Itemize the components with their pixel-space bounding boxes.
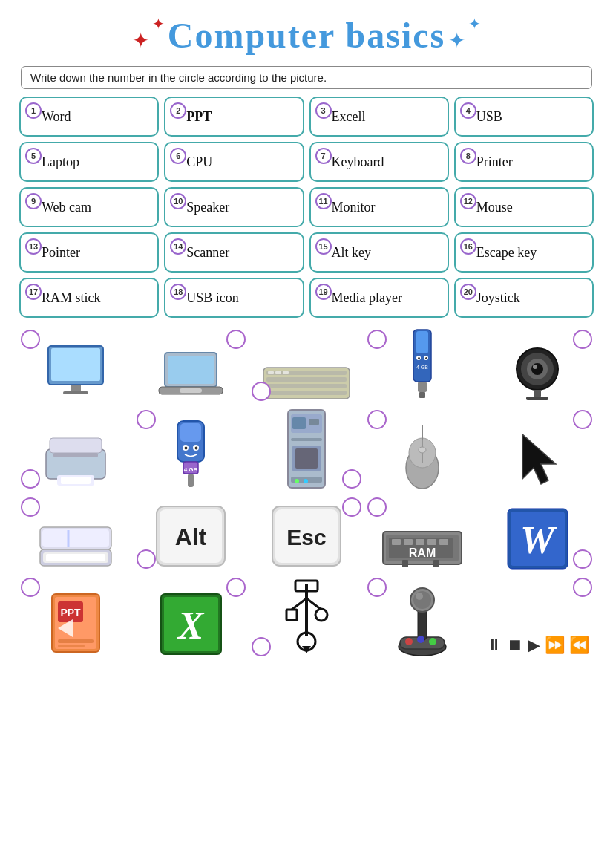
svg-point-113 — [417, 636, 424, 643]
num-circle-17: 17 — [25, 284, 42, 300]
label-cell-8: 8Printer — [454, 142, 594, 182]
num-circle-3: 3 — [315, 102, 332, 119]
pictures-section: 4 GB — [13, 325, 600, 661]
svg-rect-49 — [309, 419, 319, 425]
item-label-19: Media player — [332, 290, 402, 306]
star-deco-3: ✦ — [448, 28, 465, 53]
svg-text:RAM: RAM — [408, 546, 435, 559]
svg-point-103 — [315, 609, 327, 621]
svg-rect-36 — [61, 477, 91, 484]
svg-text:4 GB: 4 GB — [416, 365, 428, 370]
usb-symbol-svg — [281, 576, 332, 658]
star-deco-1: ✦ — [132, 28, 149, 53]
label-cell-7: 7Keyboard — [309, 142, 449, 182]
pic-media-player: ⏸ ⏹ ▶ ⏩ ⏪ — [481, 576, 594, 658]
num-circle-12: 12 — [460, 193, 476, 209]
num-circle-9: 9 — [25, 193, 42, 209]
svg-rect-102 — [286, 610, 297, 620]
ppt-svg: PPT — [46, 591, 105, 658]
svg-rect-34 — [53, 453, 98, 457]
pics-container: 4 GB — [13, 325, 600, 661]
num-circle-7: 7 — [315, 148, 332, 164]
pic-word-icon: W — [481, 496, 594, 570]
pic-esc-key: Esc — [250, 496, 363, 570]
monitor-svg — [42, 343, 109, 402]
num-circle-4: 4 — [460, 102, 476, 119]
item-label-20: Joystick — [476, 290, 520, 306]
circle-ram — [367, 497, 387, 517]
svg-text:X: X — [177, 604, 205, 647]
svg-rect-77 — [392, 539, 401, 545]
label-cell-2: 2PPT — [164, 97, 304, 137]
circle-mouse — [367, 410, 387, 429]
svg-point-29 — [533, 365, 537, 369]
svg-rect-5 — [168, 356, 214, 384]
svg-point-112 — [405, 638, 413, 645]
svg-text:W: W — [520, 519, 557, 561]
svg-line-101 — [306, 598, 321, 610]
label-cell-18: 18USB icon — [164, 278, 304, 318]
pic-monitor — [19, 328, 132, 402]
fast-forward-icon: ⏩ — [545, 636, 565, 655]
pic-scanner — [19, 496, 132, 570]
num-circle-16: 16 — [460, 238, 476, 255]
svg-line-100 — [292, 598, 306, 610]
circle-media — [573, 578, 592, 597]
pic-usb-stick: 4 GB — [135, 408, 248, 490]
pic-alt-key: Alt — [135, 496, 248, 570]
joystick-svg — [393, 576, 452, 658]
svg-marker-61 — [522, 434, 556, 484]
svg-text:PPT: PPT — [60, 607, 81, 619]
item-label-11: Monitor — [332, 200, 376, 215]
label-cell-20: 20Joystick — [454, 278, 594, 318]
pic-ppt: PPT — [19, 576, 132, 658]
word-svg: W — [506, 507, 569, 570]
svg-point-59 — [419, 447, 426, 453]
circle-usb-stick — [137, 410, 156, 429]
label-cell-15: 15Alt key — [309, 232, 449, 273]
svg-point-114 — [429, 638, 436, 645]
svg-rect-79 — [416, 539, 424, 545]
svg-point-110 — [413, 591, 431, 609]
svg-rect-2 — [71, 385, 81, 392]
item-label-5: Laptop — [42, 154, 79, 170]
svg-rect-93 — [58, 639, 94, 643]
item-label-10: Speaker — [186, 200, 229, 215]
item-label-12: Mouse — [476, 200, 513, 215]
pic-printer — [19, 408, 132, 490]
circle-usb-symbol — [252, 637, 271, 656]
svg-rect-83 — [402, 560, 408, 567]
item-label-1: Word — [42, 109, 71, 125]
keyboard-svg — [262, 362, 351, 402]
pic-keyboard — [250, 328, 363, 402]
svg-point-42 — [195, 447, 198, 450]
svg-rect-38 — [180, 423, 201, 442]
label-cell-17: 17RAM stick — [19, 278, 159, 318]
label-cell-19: 19Media player — [309, 278, 449, 318]
alt-svg: Alt — [154, 503, 228, 570]
pic-laptop — [135, 328, 248, 402]
num-circle-18: 18 — [170, 284, 186, 300]
stop-icon: ⏹ — [507, 636, 523, 655]
play-icon: ▶ — [528, 636, 540, 655]
item-label-18: USB icon — [186, 290, 239, 306]
svg-point-24 — [425, 357, 427, 359]
label-cell-13: 13Pointer — [19, 232, 159, 273]
media-controls: ⏸ ⏹ ▶ ⏩ ⏪ — [486, 636, 589, 655]
svg-rect-81 — [439, 539, 448, 545]
usb-drive-svg: 4 GB — [407, 328, 437, 402]
instruction-box: Write down the number in the circle acco… — [21, 66, 592, 89]
num-circle-2: 2 — [170, 102, 186, 119]
svg-rect-13 — [268, 371, 274, 374]
scanner-svg — [39, 518, 113, 570]
circle-laptop — [226, 330, 246, 349]
svg-rect-11 — [266, 384, 347, 388]
circle-ppt — [21, 578, 40, 597]
num-circle-5: 5 — [25, 148, 42, 164]
pic-webcam — [481, 328, 594, 402]
num-circle-6: 6 — [170, 148, 186, 164]
svg-point-23 — [418, 357, 420, 359]
svg-rect-17 — [416, 331, 428, 353]
item-label-3: Excell — [332, 109, 366, 125]
svg-point-41 — [185, 447, 188, 450]
